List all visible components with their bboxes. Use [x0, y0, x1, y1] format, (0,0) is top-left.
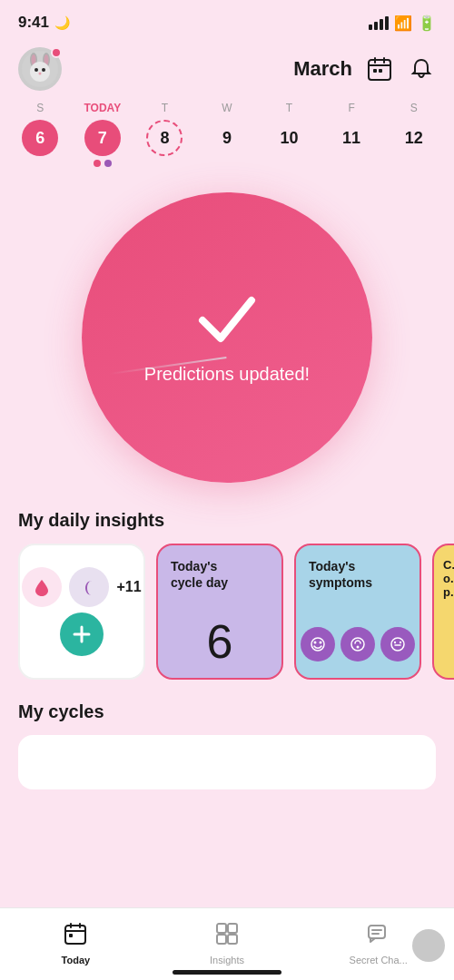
svg-rect-32	[217, 935, 226, 944]
insights-nav-icon	[215, 922, 239, 951]
moon-icon: 🌙	[54, 15, 70, 30]
checkmark-icon	[195, 291, 259, 349]
svg-point-6	[35, 68, 38, 72]
svg-point-23	[394, 642, 396, 643]
svg-point-7	[42, 68, 45, 72]
week-calendar: S 6 TODAY 7 T 8 W 9 T 10 F 11 S 12	[0, 102, 454, 167]
wifi-icon: 📶	[394, 15, 412, 32]
day-col-6[interactable]: S 6	[16, 102, 64, 167]
day-name-t2: T	[286, 102, 292, 114]
symptom-icon-1	[301, 627, 335, 662]
log-icon-moon	[69, 567, 109, 607]
partial-card[interactable]: C...o...p...	[432, 544, 454, 680]
svg-rect-33	[228, 935, 237, 944]
day-col-12[interactable]: S 12	[390, 102, 438, 167]
cycles-card[interactable]	[18, 735, 436, 789]
secret-chat-nav-icon	[367, 922, 390, 951]
secret-chat-avatar	[412, 929, 445, 962]
heart-dot-purple	[104, 160, 112, 167]
cycle-day-card[interactable]: Today'scycle day 6	[156, 544, 283, 680]
cycles-section: My cycles	[0, 680, 454, 804]
avatar[interactable]	[18, 47, 62, 91]
add-button[interactable]	[60, 612, 104, 656]
svg-rect-31	[228, 924, 237, 933]
svg-rect-25	[65, 926, 85, 944]
bottom-nav: Today Insights Secret Cha..	[0, 907, 454, 980]
insights-section: My daily insights +11	[0, 510, 454, 680]
day-number-8[interactable]: 8	[146, 120, 183, 156]
status-icons: 📶 🔋	[369, 15, 436, 32]
svg-rect-13	[373, 69, 377, 73]
main-circle-container: Predictions updated!	[0, 174, 454, 510]
log-icons-row: +11	[22, 567, 141, 607]
cycle-day-number: 6	[207, 618, 233, 665]
day-number-7[interactable]: 7	[84, 120, 121, 156]
day-number-9[interactable]: 9	[209, 120, 245, 156]
bell-icon[interactable]	[407, 54, 436, 83]
day-number-10[interactable]: 10	[271, 120, 308, 156]
nav-today[interactable]: Today	[0, 915, 152, 965]
cycle-day-label: Today'scycle day	[171, 558, 228, 591]
svg-point-19	[320, 642, 322, 644]
log-count: +11	[116, 579, 141, 595]
svg-point-20	[351, 638, 364, 651]
day-col-8[interactable]: T 8	[141, 102, 188, 167]
symptoms-card[interactable]: Today'ssymptoms	[294, 544, 421, 680]
day-col-11[interactable]: F 11	[328, 102, 375, 167]
month-label: March	[293, 57, 352, 81]
svg-rect-14	[379, 69, 382, 73]
symptom-icon-3	[380, 627, 415, 662]
main-circle[interactable]: Predictions updated!	[82, 192, 372, 483]
app-header: March	[0, 40, 454, 102]
log-icon-droplet	[22, 567, 62, 607]
day-name-today: TODAY	[84, 102, 122, 114]
status-time: 9:41	[18, 14, 49, 32]
svg-point-5	[30, 62, 50, 82]
today-nav-icon	[64, 922, 87, 951]
symptoms-icons-row	[301, 627, 415, 662]
day-number-6[interactable]: 6	[22, 120, 58, 156]
insights-scroll[interactable]: +11 Today'scycle day 6 Today'ssymptoms	[0, 544, 454, 680]
insights-nav-label: Insights	[210, 955, 244, 965]
nav-insights[interactable]: Insights	[152, 915, 303, 965]
svg-point-24	[400, 642, 401, 643]
home-indicator	[173, 970, 281, 975]
nav-secret-chat[interactable]: Secret Cha...	[302, 915, 454, 965]
svg-point-18	[314, 642, 317, 644]
svg-rect-34	[369, 926, 385, 938]
svg-point-22	[391, 638, 404, 651]
day-name-f: F	[348, 102, 354, 114]
day-number-11[interactable]: 11	[333, 120, 370, 156]
cycles-section-title: My cycles	[18, 701, 436, 735]
svg-rect-29	[69, 934, 73, 937]
day-name-t1: T	[162, 102, 168, 114]
battery-icon: 🔋	[418, 15, 436, 32]
log-card[interactable]: +11	[18, 544, 145, 680]
day-name-w: W	[222, 102, 232, 114]
status-bar: 9:41 🌙 📶 🔋	[0, 0, 454, 40]
circle-text: Predictions updated!	[144, 364, 310, 385]
svg-rect-30	[217, 924, 226, 933]
partial-label: C...o...p...	[443, 558, 454, 599]
svg-point-21	[357, 646, 360, 649]
symptoms-label: Today'ssymptoms	[309, 558, 372, 591]
secret-chat-nav-label: Secret Cha...	[350, 955, 408, 965]
svg-point-8	[39, 73, 42, 75]
header-right: March	[293, 54, 436, 83]
day-name-s1: S	[36, 102, 44, 114]
day-number-12[interactable]: 12	[396, 120, 432, 156]
today-nav-label: Today	[62, 955, 91, 965]
avatar-notification-dot	[51, 47, 62, 58]
symptom-icon-2	[340, 627, 375, 662]
day-col-7[interactable]: TODAY 7	[79, 102, 126, 167]
today-indicator	[94, 160, 112, 167]
heart-dot-red	[94, 160, 101, 167]
day-col-10[interactable]: T 10	[266, 102, 313, 167]
day-col-9[interactable]: W 9	[203, 102, 251, 167]
signal-bars-icon	[369, 16, 389, 30]
insights-section-title: My daily insights	[0, 510, 454, 544]
day-name-s2: S	[410, 102, 418, 114]
calendar-icon[interactable]	[365, 54, 394, 83]
